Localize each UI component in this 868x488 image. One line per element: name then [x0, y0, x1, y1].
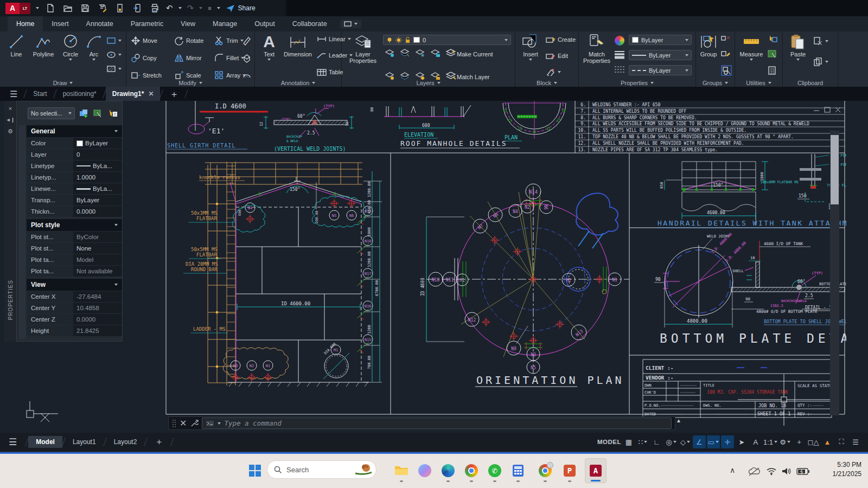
tab-annotate[interactable]: Annotate: [78, 16, 122, 31]
drawing-sheet[interactable]: 6.WELDING STANDER :- API 650 7.ALL INTER…: [124, 101, 846, 433]
polar-tracking-icon[interactable]: ◎: [665, 435, 678, 448]
prop-lineweight-value[interactable]: ByLa...: [73, 183, 122, 194]
command-close-icon[interactable]: ✕: [180, 418, 187, 428]
arc-button[interactable]: Arc: [84, 34, 104, 61]
command-input-wrap[interactable]: [202, 418, 672, 429]
cut-icon[interactable]: [813, 37, 828, 46]
line-button[interactable]: Line: [4, 34, 28, 57]
linetype-select[interactable]: ByLayer: [629, 65, 692, 75]
dynamic-input-icon[interactable]: ✛: [721, 435, 734, 448]
canvas-scrollbar-thumb[interactable]: [831, 135, 839, 204]
onedrive-paused-icon[interactable]: [748, 467, 761, 477]
open-folder-icon[interactable]: [62, 2, 74, 14]
layer-lock-icon[interactable]: [431, 49, 441, 57]
create-block-button[interactable]: Create: [546, 36, 576, 43]
table-button[interactable]: Table: [317, 68, 343, 76]
tray-chevron-icon[interactable]: ∧: [730, 466, 735, 474]
scale-button[interactable]: Scale: [174, 70, 201, 80]
layer-select[interactable]: 0: [383, 35, 511, 45]
offset-icon[interactable]: [242, 70, 252, 80]
erase-icon[interactable]: [242, 36, 252, 46]
prop-linetype-scale-value[interactable]: 1.0000: [73, 172, 122, 183]
new-drawing-button[interactable]: ＋: [163, 87, 185, 101]
panel-block-label[interactable]: Block: [515, 80, 578, 86]
select-objects-icon[interactable]: [107, 108, 119, 119]
tab-positioning[interactable]: positioning*: [56, 87, 103, 101]
copilot-icon[interactable]: [414, 458, 436, 483]
section-general[interactable]: General: [27, 125, 122, 137]
tab-collaborate[interactable]: Collaborate: [284, 16, 336, 31]
autocad-taskbar-icon[interactable]: A: [585, 458, 607, 483]
copy-clip-icon[interactable]: [813, 57, 828, 66]
prop-plotstyle-table-value[interactable]: None: [73, 243, 122, 254]
annotation-monitor-icon[interactable]: ＋: [793, 435, 806, 448]
app-menu-caret-icon[interactable]: [36, 7, 39, 9]
object-color-select[interactable]: ByLayer: [629, 35, 692, 45]
command-scroll-up-icon[interactable]: ▲: [676, 418, 681, 423]
color-wheel-icon[interactable]: [615, 36, 624, 46]
measure-button[interactable]: Measure: [737, 34, 765, 61]
tab-model[interactable]: Model: [28, 436, 62, 448]
text-button[interactable]: A Text: [258, 34, 280, 61]
powerpoint-icon[interactable]: P: [559, 458, 580, 483]
workspace-settings-icon[interactable]: ⚙: [778, 435, 792, 448]
make-current-button[interactable]: Make Current: [457, 51, 493, 57]
layer-select-caret-icon[interactable]: [505, 39, 508, 41]
layer-isolate-icon[interactable]: [400, 49, 410, 57]
prop-transparency-value[interactable]: ByLayer: [73, 195, 122, 206]
tab-view[interactable]: View: [172, 16, 204, 31]
layer-properties-button[interactable]: Layer Properties: [346, 34, 380, 64]
layer-on-icon[interactable]: [385, 72, 395, 80]
tab-start[interactable]: Start: [27, 87, 53, 101]
prop-color-value[interactable]: ByLayer: [73, 138, 122, 149]
tab-layout1[interactable]: Layout1: [65, 436, 104, 448]
circle-button[interactable]: Circle: [59, 34, 82, 61]
wifi-icon[interactable]: [766, 467, 777, 476]
customize-qat-icon[interactable]: ≡: [208, 5, 211, 11]
model-space-toggle[interactable]: MODEL: [597, 435, 621, 448]
undo-caret-icon[interactable]: [178, 7, 182, 9]
open-from-mobile-icon[interactable]: [131, 2, 143, 14]
group-button[interactable]: Group: [697, 34, 720, 57]
tab-insert[interactable]: Insert: [43, 16, 77, 31]
share-button[interactable]: Share: [226, 4, 256, 12]
select-new-icon[interactable]: [78, 108, 90, 119]
explode-icon[interactable]: [242, 53, 252, 63]
save-as-icon[interactable]: [97, 2, 108, 14]
layout-menu-icon[interactable]: ☰: [0, 436, 25, 448]
make-current-icon[interactable]: [446, 49, 457, 57]
match-layer-icon[interactable]: [446, 72, 457, 80]
redo-icon[interactable]: ↷: [187, 3, 194, 13]
move-button[interactable]: Move: [131, 36, 157, 46]
panel-utilities-label[interactable]: Utilities: [735, 80, 782, 86]
selection-type-select[interactable]: No selecti...: [28, 107, 75, 119]
tab-home[interactable]: Home: [8, 16, 43, 31]
layer-unlock-icon[interactable]: [431, 72, 441, 80]
calculator-icon[interactable]: [507, 458, 529, 483]
prop-layer-value[interactable]: 0: [73, 149, 122, 160]
command-wrench-icon[interactable]: [190, 419, 199, 428]
panel-groups-label[interactable]: Groups: [696, 80, 735, 86]
batch-plot-icon[interactable]: [114, 2, 126, 14]
mirror-button[interactable]: Mirror: [174, 53, 202, 63]
lineweight-select[interactable]: ByLayer: [629, 50, 692, 60]
close-tab-icon[interactable]: ✕: [148, 90, 154, 98]
insert-button[interactable]: Insert: [519, 34, 542, 61]
start-button[interactable]: [244, 458, 266, 483]
calculator-icon[interactable]: [768, 66, 776, 75]
block-attributes-icon[interactable]: [546, 68, 561, 76]
tab-drawing1[interactable]: Drawing1*✕: [106, 87, 161, 101]
hatch-button[interactable]: [106, 65, 122, 73]
match-properties-button[interactable]: Match Properties: [581, 34, 612, 64]
quick-select-icon[interactable]: [768, 35, 777, 42]
taskbar-search[interactable]: Search: [267, 460, 376, 479]
prop-linetype-value[interactable]: ByLa...: [73, 160, 122, 171]
layer-thaw-icon[interactable]: [416, 72, 425, 80]
ungroup-icon[interactable]: [721, 35, 731, 42]
palette-autohide-icon[interactable]: ◄❙: [6, 117, 15, 123]
stretch-button[interactable]: Stretch: [131, 70, 162, 80]
search-highlight-image[interactable]: [354, 463, 373, 477]
tab-layout2[interactable]: Layout2: [106, 436, 145, 448]
chrome-icon[interactable]: [461, 458, 482, 483]
quick-select-palette-icon[interactable]: [92, 108, 104, 119]
